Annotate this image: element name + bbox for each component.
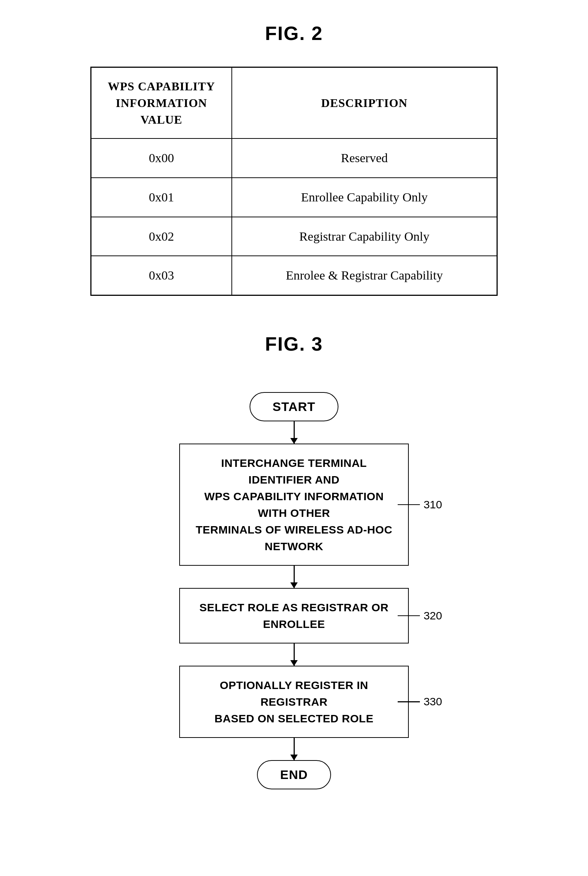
table-header-row: WPS CAPABILITYINFORMATION VALUE DESCRIPT… — [92, 68, 496, 139]
arrow-4 — [294, 738, 295, 760]
step-330-box: OPTIONALLY REGISTER IN REGISTRAR BASED O… — [179, 666, 409, 738]
start-node: START — [250, 392, 338, 422]
desc-registrar-only: Registrar Capability Only — [232, 218, 496, 256]
desc-both: Enrolee & Registrar Capability — [232, 256, 496, 295]
arrow-2 — [294, 566, 295, 588]
desc-reserved: Reserved — [232, 139, 496, 177]
step-310-label: 310 — [398, 498, 442, 511]
step-320-label: 320 — [398, 609, 442, 622]
fig3-title: FIG. 3 — [265, 333, 323, 355]
step-320-box: SELECT ROLE AS REGISTRAR OR ENROLLEE — [179, 588, 409, 644]
step-330-label: 330 — [398, 695, 442, 708]
fig3-section: FIG. 3 START INTERCHANGE TERMINAL IDENTI… — [44, 333, 544, 789]
wps-capability-table: WPS CAPABILITYINFORMATION VALUE DESCRIPT… — [90, 67, 498, 296]
flowchart: START INTERCHANGE TERMINAL IDENTIFIER AN… — [128, 392, 460, 789]
arrow-3 — [294, 644, 295, 666]
step-330-row: OPTIONALLY REGISTER IN REGISTRAR BASED O… — [146, 666, 442, 738]
step-310-row: INTERCHANGE TERMINAL IDENTIFIER AND WPS … — [146, 444, 442, 566]
step-320-row: SELECT ROLE AS REGISTRAR OR ENROLLEE 320 — [146, 588, 442, 644]
value-0x02: 0x02 — [92, 218, 232, 256]
value-0x03: 0x03 — [92, 256, 232, 295]
col2-header: DESCRIPTION — [232, 68, 496, 138]
arrow-1 — [294, 422, 295, 444]
value-0x00: 0x00 — [92, 139, 232, 177]
value-0x01: 0x01 — [92, 178, 232, 217]
table-row: 0x03 Enrolee & Registrar Capability — [92, 256, 496, 295]
table-row: 0x00 Reserved — [92, 139, 496, 178]
end-node: END — [257, 760, 331, 789]
step-310-box: INTERCHANGE TERMINAL IDENTIFIER AND WPS … — [179, 444, 409, 566]
col1-header: WPS CAPABILITYINFORMATION VALUE — [92, 68, 232, 138]
fig2-title: FIG. 2 — [265, 22, 323, 44]
page: FIG. 2 WPS CAPABILITYINFORMATION VALUE D… — [0, 0, 588, 876]
table-row: 0x01 Enrollee Capability Only — [92, 178, 496, 218]
desc-enrollee-only: Enrollee Capability Only — [232, 178, 496, 217]
table-row: 0x02 Registrar Capability Only — [92, 218, 496, 256]
